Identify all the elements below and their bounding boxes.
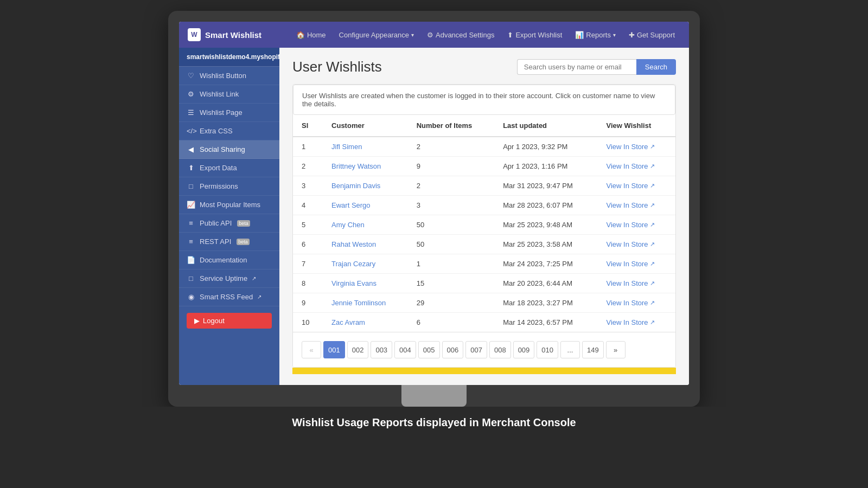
customer-link[interactable]: Virginia Evans [331,279,376,287]
pagination-page-010[interactable]: 010 [537,341,558,358]
page-title: User Wishlists [292,59,382,75]
search-input[interactable] [517,59,636,75]
cell-last-updated: Mar 24 2023, 7:25 PM [494,254,597,274]
sidebar-item-social-sharing[interactable]: ◀ Social Sharing [179,140,279,159]
bottom-bar: Wishlist Usage Reports displayed in Merc… [0,407,868,439]
cell-view-store[interactable]: View In Store ↗ [597,293,675,313]
cell-view-store[interactable]: View In Store ↗ [597,176,675,196]
customer-link[interactable]: Brittney Watson [331,162,381,170]
sidebar-label-social-sharing: Social Sharing [200,145,245,153]
sidebar-label-public-api: Public API [200,219,232,227]
nav-export-label: Export Wishlist [515,31,562,39]
nav-export[interactable]: ⬆ Export Wishlist [502,29,567,41]
cell-view-store[interactable]: View In Store ↗ [597,235,675,254]
sidebar-item-service-uptime[interactable]: □ Service Uptime ↗ [179,269,279,288]
heart-icon: ♡ [187,72,195,80]
view-store-link[interactable]: View In Store ↗ [606,162,667,170]
view-store-link[interactable]: View In Store ↗ [606,279,667,287]
nav-advanced[interactable]: ⚙ Advanced Settings [422,29,500,41]
sidebar-item-documentation[interactable]: 📄 Documentation [179,251,279,269]
nav-configure-label: Configure Appearance [339,31,409,39]
cell-last-updated: Mar 20 2023, 6:44 AM [494,274,597,293]
sidebar-item-export-data[interactable]: ⬆ Export Data [179,159,279,177]
view-store-link[interactable]: View In Store ↗ [606,318,667,326]
cell-sl: 9 [293,293,323,313]
cell-items: 2 [408,176,494,196]
pagination-ellipsis: ... [560,341,580,358]
link-icon: ⚙ [187,90,195,98]
cell-customer[interactable]: Brittney Watson [323,157,408,176]
sidebar-item-wishlist-page[interactable]: ☰ Wishlist Page [179,104,279,122]
nav-home[interactable]: 🏠 Home [291,29,331,41]
sidebar-item-wishlist-button[interactable]: ♡ Wishlist Button [179,67,279,85]
cell-customer[interactable]: Jifl Simen [323,137,408,157]
sidebar-item-permissions[interactable]: □ Permissions [179,177,279,196]
cell-view-store[interactable]: View In Store ↗ [597,313,675,332]
nav-reports[interactable]: 📊 Reports ▾ [570,29,621,41]
pagination-last-page[interactable]: 149 [582,341,604,358]
nav-support[interactable]: ✚ Get Support [623,29,680,41]
view-store-link[interactable]: View In Store ↗ [606,240,667,248]
pagination-page-005[interactable]: 005 [418,341,440,358]
customer-link[interactable]: Zac Avram [331,318,365,326]
view-store-link[interactable]: View In Store ↗ [606,182,667,190]
pagination-page-002[interactable]: 002 [347,341,369,358]
cell-customer[interactable]: Rahat Weston [323,235,408,254]
customer-link[interactable]: Trajan Cezary [331,260,375,268]
brand-name: Smart Wishlist [205,30,261,40]
logout-button[interactable]: ▶ Logout [187,313,272,329]
main-content: User Wishlists Search User Wishlists are… [279,48,689,385]
cell-customer[interactable]: Trajan Cezary [323,254,408,274]
customer-link[interactable]: Rahat Weston [331,240,376,248]
cell-view-store[interactable]: View In Store ↗ [597,196,675,215]
table-row: 5 Amy Chen 50 Mar 25 2023, 9:48 AM View … [293,215,675,235]
pagination-page-001[interactable]: 001 [323,341,345,358]
view-store-link[interactable]: View In Store ↗ [606,221,667,229]
pagination-prev[interactable]: « [302,341,321,358]
rest-icon: ≡ [187,237,195,246]
cell-view-store[interactable]: View In Store ↗ [597,137,675,157]
cell-view-store[interactable]: View In Store ↗ [597,215,675,235]
sidebar-label-rest-api: REST API [200,237,231,246]
table-body: 1 Jifl Simen 2 Apr 1 2023, 9:32 PM View … [293,137,675,332]
cell-customer[interactable]: Jennie Tomlinson [323,293,408,313]
cell-items: 15 [408,274,494,293]
customer-link[interactable]: Jennie Tomlinson [331,299,386,307]
sidebar-item-wishlist-link[interactable]: ⚙ Wishlist Link [179,85,279,104]
cell-customer[interactable]: Benjamin Davis [323,176,408,196]
sidebar-item-popular-items[interactable]: 📈 Most Popular Items [179,196,279,214]
pagination-next[interactable]: » [606,341,626,358]
sidebar-item-extra-css[interactable]: </> Extra CSS [179,122,279,140]
search-button[interactable]: Search [636,59,676,75]
reports-chevron-icon: ▾ [613,32,616,38]
pagination-page-004[interactable]: 004 [394,341,416,358]
export-icon: ⬆ [507,31,513,39]
monitor: W Smart Wishlist 🏠 Home Configure Appear… [168,11,700,407]
cell-view-store[interactable]: View In Store ↗ [597,254,675,274]
pagination-page-008[interactable]: 008 [489,341,511,358]
pagination-page-007[interactable]: 007 [465,341,487,358]
chart-icon: 📊 [575,31,584,39]
nav-configure[interactable]: Configure Appearance ▾ [334,29,419,41]
cell-view-store[interactable]: View In Store ↗ [597,274,675,293]
sidebar-item-public-api[interactable]: ≡ Public API beta [179,214,279,233]
customer-link[interactable]: Amy Chen [331,221,365,229]
view-store-link[interactable]: View In Store ↗ [606,201,667,209]
pagination-page-003[interactable]: 003 [371,341,392,358]
sidebar-item-rest-api[interactable]: ≡ REST API beta [179,233,279,251]
cell-customer[interactable]: Zac Avram [323,313,408,332]
customer-link[interactable]: Jifl Simen [331,143,362,151]
page-header: User Wishlists Search [292,59,676,75]
cell-customer[interactable]: Ewart Sergo [323,196,408,215]
cell-customer[interactable]: Amy Chen [323,215,408,235]
view-store-link[interactable]: View In Store ↗ [606,260,667,268]
sidebar-item-rss-feed[interactable]: ◉ Smart RSS Feed ↗ [179,288,279,306]
cell-view-store[interactable]: View In Store ↗ [597,157,675,176]
view-store-link[interactable]: View In Store ↗ [606,143,667,151]
pagination-page-006[interactable]: 006 [442,341,464,358]
pagination-page-009[interactable]: 009 [513,341,535,358]
view-store-link[interactable]: View In Store ↗ [606,299,667,307]
customer-link[interactable]: Ewart Sergo [331,201,371,209]
customer-link[interactable]: Benjamin Davis [331,182,380,190]
cell-customer[interactable]: Virginia Evans [323,274,408,293]
